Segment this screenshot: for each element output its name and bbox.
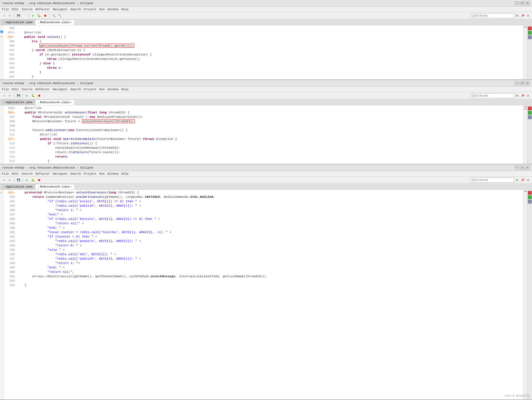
tab-redissonlock-class-3[interactable]: ☕ RedissonLock.class ✕	[35, 184, 75, 190]
toolbar-stop-1[interactable]: ⏹	[42, 13, 48, 18]
menu-navigate-2[interactable]: Navigate	[53, 88, 67, 91]
tb-run-2[interactable]: ▶	[24, 93, 30, 98]
minimize-btn-1[interactable]: ─	[515, 1, 519, 5]
tb-save-2[interactable]: 💾	[16, 93, 21, 98]
tb-gear-2[interactable]: ⚙	[525, 93, 531, 98]
menu-file-2[interactable]: File	[2, 88, 9, 91]
toolbar-back-1[interactable]: ◁	[1, 13, 7, 18]
tb-fwd-3[interactable]: ▷	[7, 177, 13, 183]
tab-redissonlock-class-2[interactable]: ☕ RedissonLock.class ✕	[35, 100, 75, 105]
tb-debug-3[interactable]: 🐛	[30, 177, 36, 183]
tb-save-3[interactable]: 💾	[16, 177, 21, 183]
restore-btn-1[interactable]: ◻	[520, 1, 525, 5]
ln-499: 499	[6, 265, 15, 270]
toolbar-icon1[interactable]: 📌	[520, 13, 525, 18]
menu-source-1[interactable]: Source	[22, 8, 33, 11]
quick-access-input-3[interactable]	[470, 178, 514, 183]
ln-515: 515	[6, 150, 15, 154]
toolbar-perspectives-1[interactable]: ⊞	[514, 13, 520, 18]
close-btn-3[interactable]: ✕	[525, 166, 530, 170]
tb-run-3[interactable]: ▶	[24, 177, 30, 183]
menu-search-2[interactable]: Search	[70, 88, 81, 91]
toolbar-refactor-1[interactable]: 🔧	[57, 13, 63, 18]
quick-access-input-2[interactable]	[470, 93, 514, 98]
tab-close-2[interactable]: ✕	[71, 101, 72, 104]
menu-run-2[interactable]: Run	[99, 88, 105, 91]
menu-navigate-1[interactable]: Navigate	[53, 8, 67, 11]
toolbar-new-1[interactable]: 📄	[22, 13, 27, 18]
ln-505: 505⊝	[6, 106, 15, 110]
menu-help-3[interactable]: Help	[121, 172, 128, 175]
tab-application-java-1[interactable]: J Application.java	[1, 20, 35, 25]
menu-file-3[interactable]: File	[2, 172, 9, 175]
tab-application-java-3[interactable]: J Application.java	[1, 184, 35, 190]
restore-btn-3[interactable]: ◻	[520, 166, 525, 170]
scrollbar-v-2[interactable]	[523, 105, 527, 164]
menu-window-3[interactable]: Window	[108, 172, 119, 175]
minimize-btn-3[interactable]: ─	[515, 166, 519, 170]
menu-edit-1[interactable]: Edit	[12, 8, 19, 11]
menu-search-1[interactable]: Search	[70, 8, 81, 11]
menu-navigate-3[interactable]: Navigate	[53, 172, 67, 175]
menu-bar-2: File Edit Source Refactor Navigate Searc…	[0, 87, 532, 92]
menu-help-1[interactable]: Help	[121, 8, 128, 11]
tab-application-java-2[interactable]: J Application.java	[1, 100, 35, 105]
ln-485: 485	[6, 204, 15, 208]
ln-500: 500	[6, 270, 15, 274]
tb-debug-2[interactable]: 🐛	[30, 93, 36, 98]
tb-persp-3[interactable]: ⊞	[514, 177, 520, 183]
toolbar-search-1[interactable]: 🔍	[51, 13, 57, 18]
menu-edit-3[interactable]: Edit	[12, 172, 19, 175]
quick-access-input-1[interactable]	[470, 13, 514, 18]
menu-run-3[interactable]: Run	[99, 172, 105, 175]
close-btn-1[interactable]: ✕	[525, 1, 530, 5]
class-icon-1: ☕	[38, 21, 39, 24]
menu-search-3[interactable]: Search	[70, 172, 81, 175]
menu-refactor-2[interactable]: Refactor	[35, 88, 50, 91]
menu-window-1[interactable]: Window	[108, 8, 119, 11]
code-view-3[interactable]: 482⇒ protected RFuture<Boolean> unlockIn…	[4, 190, 523, 399]
side-icon-error-2	[528, 106, 532, 110]
menu-refactor-3[interactable]: Refactor	[35, 172, 50, 175]
tab-close-3[interactable]: ✕	[71, 185, 72, 188]
win-controls-2: ─ ◻ ✕	[515, 81, 530, 85]
tb-back-3[interactable]: ◁	[1, 177, 7, 183]
menu-refactor-1[interactable]: Refactor	[35, 8, 50, 11]
tb-stop-3[interactable]: ⏹	[36, 177, 42, 183]
toolbar-run-1[interactable]: ▶	[30, 13, 36, 18]
menu-project-3[interactable]: Project	[84, 172, 97, 175]
menu-edit-2[interactable]: Edit	[12, 88, 19, 91]
restore-btn-2[interactable]: ◻	[520, 81, 525, 85]
toolbar-debug-1[interactable]: 🐛	[36, 13, 42, 18]
tb-pin-3[interactable]: 📌	[520, 177, 525, 183]
tab-close-1[interactable]: ✕	[71, 21, 72, 24]
menu-source-2[interactable]: Source	[22, 88, 33, 91]
scrollbar-v-3[interactable]	[523, 190, 527, 399]
editor-2: 505⊝ @Override 506⇒ public RFuture<Void>…	[0, 105, 532, 164]
title-bar-1: roncoo-eshop - org.redisson.RedissonLock…	[0, 0, 532, 7]
toolbar-save-1[interactable]: 💾	[16, 13, 21, 18]
code-view-1[interactable]: 396 397⊝ @Override 398⇒ public void unlo…	[3, 25, 523, 79]
toolbar-forward-1[interactable]: ▷	[7, 13, 13, 18]
menu-file-1[interactable]: File	[2, 8, 9, 11]
sep2-1	[14, 93, 14, 98]
code-view-2[interactable]: 505⊝ @Override 506⇒ public RFuture<Void>…	[4, 105, 523, 164]
tb-persp-2[interactable]: ⊞	[514, 93, 520, 98]
menu-run-1[interactable]: Run	[99, 8, 105, 11]
menu-help-2[interactable]: Help	[121, 88, 128, 91]
toolbar-icon2[interactable]: ⚙	[525, 13, 531, 18]
menu-project-2[interactable]: Project	[84, 88, 97, 91]
minimize-btn-2[interactable]: ─	[515, 81, 519, 85]
menu-project-1[interactable]: Project	[84, 8, 97, 11]
tb-gear-3[interactable]: ⚙	[525, 177, 531, 183]
tb-fwd-2[interactable]: ▷	[7, 93, 13, 98]
menu-window-2[interactable]: Window	[108, 88, 119, 91]
close-btn-2[interactable]: ✕	[525, 81, 530, 85]
tb-stop-2[interactable]: ⏹	[36, 93, 42, 98]
tb-back-2[interactable]: ◁	[1, 93, 7, 98]
scrollbar-v-1[interactable]	[523, 25, 527, 79]
tb-pin-2[interactable]: 📌	[520, 93, 525, 98]
tab-redissonlock-class-1[interactable]: ☕ RedissonLock.class ✕	[35, 20, 75, 25]
menu-source-3[interactable]: Source	[22, 172, 33, 175]
ln-396: 396	[5, 26, 14, 30]
